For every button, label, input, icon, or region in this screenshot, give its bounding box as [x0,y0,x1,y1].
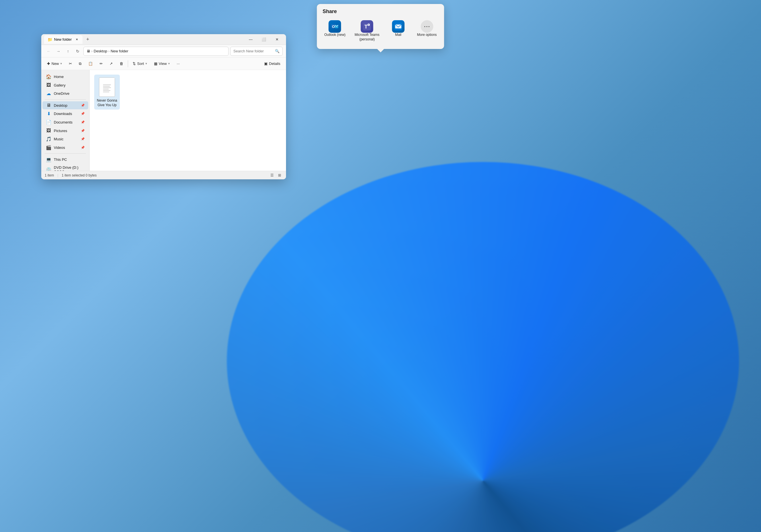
forward-button[interactable]: → [54,47,62,55]
desktop-icon [46,103,51,108]
sidebar-label-home: Home [54,75,64,79]
details-icon: ▣ [264,61,267,66]
file-name-nevergonna: Never Gonna Give You Up [95,98,119,107]
title-bar: 📁 New folder ✕ + — ⬜ ✕ [41,34,286,45]
onedrive-icon [46,91,51,96]
share-popup-title: Share [322,9,337,15]
sidebar-separator-1 [45,99,86,100]
file-icon-wrapper [97,77,117,97]
status-views: ☰ ⊞ [269,172,283,178]
breadcrumb-new-folder[interactable]: New folder [111,49,128,53]
sidebar-label-desktop: Desktop [54,103,67,108]
file-area: Never Gonna Give You Up [89,70,286,171]
new-label: New [51,61,59,66]
thispc-icon [46,157,51,162]
share-button[interactable]: ↗ [107,60,116,67]
desktop-pin-icon: 📌 [81,104,85,107]
downloads-pin-icon: 📌 [81,112,85,116]
back-button[interactable]: ← [45,47,53,55]
sidebar-label-thispc: This PC [54,157,67,162]
view-label: View [159,61,167,66]
item-count: 1 item [45,173,54,177]
share-app-teams[interactable]: T T Microsoft Teams (personal) [353,19,381,43]
tab-close-button[interactable]: ✕ [75,37,79,42]
toolbar: ✚ New ▾ ✂ ⧉ 📋 ✏ ↗ 🗑 ⇅ Sort ▾ ▦ View [41,57,286,70]
pictures-pin-icon: 📌 [81,129,85,133]
view-button[interactable]: ▦ View ▾ [151,60,173,67]
explorer-tab[interactable]: 📁 New folder ✕ [44,35,83,44]
maximize-button[interactable]: ⬜ [258,34,270,45]
paste-button[interactable]: 📋 [86,60,96,67]
documents-icon [46,120,51,125]
minimize-button[interactable]: — [245,34,257,45]
new-icon: ✚ [47,61,50,66]
view-icon: ▦ [154,61,157,66]
paste-icon: 📋 [88,61,93,66]
doc-lines [103,85,111,92]
sidebar-item-onedrive[interactable]: OneDrive [42,89,88,98]
more-options-toolbar-button[interactable]: ··· [174,60,183,67]
copy-icon: ⧉ [79,61,82,66]
details-button[interactable]: ▣ Details [261,60,283,67]
delete-button[interactable]: 🗑 [117,60,126,67]
share-app-outlook[interactable]: O Outlook (new) [322,19,347,39]
breadcrumb-desktop[interactable]: Desktop [93,49,107,53]
sidebar-item-videos[interactable]: Videos 📌 [42,144,88,152]
file-item-nevergonna[interactable]: Never Gonna Give You Up [94,75,120,110]
sidebar-label-documents: Documents [54,120,73,124]
new-button[interactable]: ✚ New ▾ [44,60,65,67]
sidebar-label-dvd: DVD Drive (D:) CCCC [54,165,85,171]
svg-text:O: O [332,25,335,29]
sidebar-item-documents[interactable]: Documents 📌 [42,118,88,126]
more-options-icon: ⋯ [421,20,433,33]
outlook-icon: O [329,20,341,33]
share-app-more[interactable]: ⋯ More options [415,19,438,39]
sidebar-label-music: Music [54,137,63,141]
refresh-button[interactable]: ↻ [74,47,82,55]
tab-folder-icon: 📁 [47,37,52,42]
sidebar-item-thispc[interactable]: This PC [42,155,88,164]
search-icon: 🔍 [275,49,279,53]
sidebar-item-downloads[interactable]: Downloads 📌 [42,110,88,118]
sort-button[interactable]: ⇅ Sort ▾ [130,60,150,67]
rename-button[interactable]: ✏ [97,60,106,67]
home-icon [46,74,51,80]
music-pin-icon: 📌 [81,137,85,141]
search-input[interactable] [233,49,273,53]
sidebar-label-onedrive: OneDrive [54,91,70,96]
breadcrumb-bar: 🖥 › Desktop › New folder [84,47,228,56]
gallery-icon [46,83,51,88]
new-tab-button[interactable]: + [84,35,91,43]
view-chevron-icon: ▾ [168,62,170,66]
search-bar[interactable]: 🔍 [230,47,283,56]
share-app-outlook-label: Outlook (new) [324,33,345,37]
window-controls: — ⬜ ✕ [245,34,283,45]
sidebar-label-videos: Videos [54,146,65,150]
sidebar-item-gallery[interactable]: Gallery [42,81,88,89]
location-icon: 🖥 [87,49,90,53]
grid-view-button[interactable]: ⊞ [276,172,283,178]
share-app-teams-label: Microsoft Teams (personal) [355,33,380,41]
pictures-icon [46,128,51,133]
sidebar-item-desktop[interactable]: Desktop 📌 [42,101,88,109]
up-button[interactable]: ↑ [64,47,72,55]
list-view-button[interactable]: ☰ [269,172,275,178]
sidebar-separator-2 [45,153,86,154]
sidebar-item-home[interactable]: Home [42,73,88,81]
cut-button[interactable]: ✂ [66,60,75,67]
share-app-mail[interactable]: Mail [387,19,410,39]
share-popup-apps: O Outlook (new) T [322,19,438,43]
sidebar-label-gallery: Gallery [54,83,65,88]
videos-icon [46,145,51,150]
mail-icon [392,20,404,33]
sidebar-item-pictures[interactable]: Pictures 📌 [42,127,88,135]
status-bar: 1 item | 1 item selected 0 bytes ☰ ⊞ [41,171,286,179]
close-button[interactable]: ✕ [271,34,283,45]
more-options-toolbar-icon: ··· [177,61,180,66]
sidebar-item-dvd[interactable]: DVD Drive (D:) CCCC [42,164,88,171]
copy-button[interactable]: ⧉ [76,60,84,68]
sidebar-item-music[interactable]: Music 📌 [42,135,88,143]
svg-text:T: T [365,24,368,30]
delete-icon: 🗑 [120,61,123,66]
sidebar-label-pictures: Pictures [54,129,67,133]
